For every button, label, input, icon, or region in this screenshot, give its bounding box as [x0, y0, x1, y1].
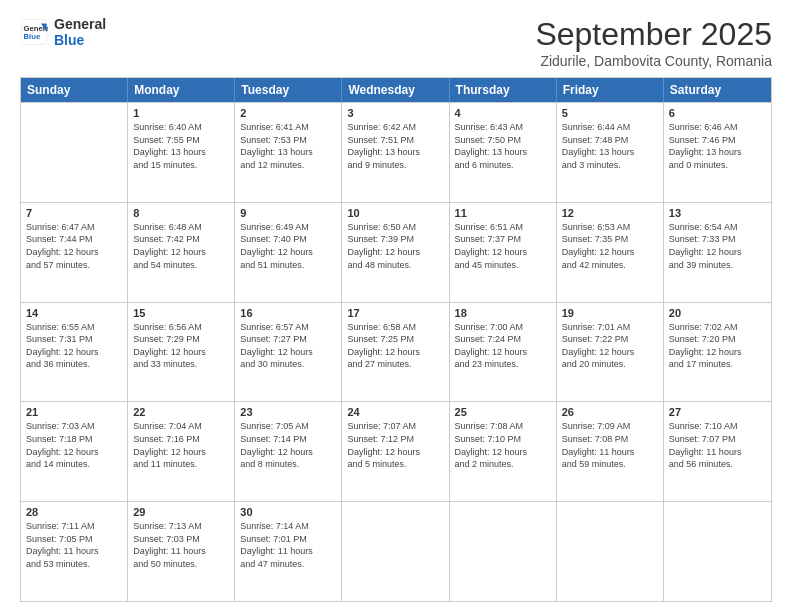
day-info: Sunrise: 7:10 AM Sunset: 7:07 PM Dayligh… [669, 420, 766, 470]
cal-cell: 19Sunrise: 7:01 AM Sunset: 7:22 PM Dayli… [557, 303, 664, 402]
cal-cell: 28Sunrise: 7:11 AM Sunset: 7:05 PM Dayli… [21, 502, 128, 601]
day-info: Sunrise: 6:56 AM Sunset: 7:29 PM Dayligh… [133, 321, 229, 371]
cal-cell [450, 502, 557, 601]
day-number: 21 [26, 406, 122, 418]
cal-row-2: 14Sunrise: 6:55 AM Sunset: 7:31 PM Dayli… [21, 302, 771, 402]
day-number: 29 [133, 506, 229, 518]
cal-cell: 17Sunrise: 6:58 AM Sunset: 7:25 PM Dayli… [342, 303, 449, 402]
logo: General Blue General Blue [20, 16, 106, 48]
day-number: 28 [26, 506, 122, 518]
cal-cell: 8Sunrise: 6:48 AM Sunset: 7:42 PM Daylig… [128, 203, 235, 302]
cal-cell: 2Sunrise: 6:41 AM Sunset: 7:53 PM Daylig… [235, 103, 342, 202]
cal-cell: 3Sunrise: 6:42 AM Sunset: 7:51 PM Daylig… [342, 103, 449, 202]
day-number: 3 [347, 107, 443, 119]
header: General Blue General Blue September 2025… [20, 16, 772, 69]
day-number: 2 [240, 107, 336, 119]
cal-cell: 1Sunrise: 6:40 AM Sunset: 7:55 PM Daylig… [128, 103, 235, 202]
cal-cell: 10Sunrise: 6:50 AM Sunset: 7:39 PM Dayli… [342, 203, 449, 302]
cal-cell: 20Sunrise: 7:02 AM Sunset: 7:20 PM Dayli… [664, 303, 771, 402]
month-title: September 2025 [535, 16, 772, 53]
svg-text:Blue: Blue [24, 32, 41, 41]
weekday-header-monday: Monday [128, 78, 235, 102]
day-info: Sunrise: 7:09 AM Sunset: 7:08 PM Dayligh… [562, 420, 658, 470]
cal-row-0: 1Sunrise: 6:40 AM Sunset: 7:55 PM Daylig… [21, 102, 771, 202]
day-info: Sunrise: 6:43 AM Sunset: 7:50 PM Dayligh… [455, 121, 551, 171]
day-number: 25 [455, 406, 551, 418]
day-number: 6 [669, 107, 766, 119]
day-info: Sunrise: 6:53 AM Sunset: 7:35 PM Dayligh… [562, 221, 658, 271]
logo-text-general: General [54, 16, 106, 32]
cal-cell [342, 502, 449, 601]
day-info: Sunrise: 6:47 AM Sunset: 7:44 PM Dayligh… [26, 221, 122, 271]
calendar-header: SundayMondayTuesdayWednesdayThursdayFrid… [21, 78, 771, 102]
weekday-header-thursday: Thursday [450, 78, 557, 102]
cal-row-4: 28Sunrise: 7:11 AM Sunset: 7:05 PM Dayli… [21, 501, 771, 601]
cal-cell [21, 103, 128, 202]
weekday-header-sunday: Sunday [21, 78, 128, 102]
weekday-header-wednesday: Wednesday [342, 78, 449, 102]
title-block: September 2025 Zidurile, Dambovita Count… [535, 16, 772, 69]
day-info: Sunrise: 7:13 AM Sunset: 7:03 PM Dayligh… [133, 520, 229, 570]
day-number: 5 [562, 107, 658, 119]
cal-cell: 7Sunrise: 6:47 AM Sunset: 7:44 PM Daylig… [21, 203, 128, 302]
day-info: Sunrise: 6:55 AM Sunset: 7:31 PM Dayligh… [26, 321, 122, 371]
day-number: 19 [562, 307, 658, 319]
day-number: 8 [133, 207, 229, 219]
cal-cell: 30Sunrise: 7:14 AM Sunset: 7:01 PM Dayli… [235, 502, 342, 601]
cal-cell: 12Sunrise: 6:53 AM Sunset: 7:35 PM Dayli… [557, 203, 664, 302]
calendar-body: 1Sunrise: 6:40 AM Sunset: 7:55 PM Daylig… [21, 102, 771, 601]
day-number: 13 [669, 207, 766, 219]
cal-cell: 22Sunrise: 7:04 AM Sunset: 7:16 PM Dayli… [128, 402, 235, 501]
logo-icon: General Blue [20, 18, 48, 46]
day-number: 4 [455, 107, 551, 119]
day-number: 11 [455, 207, 551, 219]
cal-cell [664, 502, 771, 601]
day-info: Sunrise: 7:01 AM Sunset: 7:22 PM Dayligh… [562, 321, 658, 371]
day-info: Sunrise: 7:05 AM Sunset: 7:14 PM Dayligh… [240, 420, 336, 470]
cal-cell: 24Sunrise: 7:07 AM Sunset: 7:12 PM Dayli… [342, 402, 449, 501]
day-info: Sunrise: 7:11 AM Sunset: 7:05 PM Dayligh… [26, 520, 122, 570]
cal-cell: 29Sunrise: 7:13 AM Sunset: 7:03 PM Dayli… [128, 502, 235, 601]
location: Zidurile, Dambovita County, Romania [535, 53, 772, 69]
day-info: Sunrise: 7:08 AM Sunset: 7:10 PM Dayligh… [455, 420, 551, 470]
cal-cell: 4Sunrise: 6:43 AM Sunset: 7:50 PM Daylig… [450, 103, 557, 202]
day-number: 15 [133, 307, 229, 319]
day-info: Sunrise: 7:02 AM Sunset: 7:20 PM Dayligh… [669, 321, 766, 371]
cal-row-3: 21Sunrise: 7:03 AM Sunset: 7:18 PM Dayli… [21, 401, 771, 501]
logo-text-blue: Blue [54, 32, 106, 48]
cal-cell: 5Sunrise: 6:44 AM Sunset: 7:48 PM Daylig… [557, 103, 664, 202]
day-number: 22 [133, 406, 229, 418]
day-number: 23 [240, 406, 336, 418]
day-info: Sunrise: 6:44 AM Sunset: 7:48 PM Dayligh… [562, 121, 658, 171]
day-number: 20 [669, 307, 766, 319]
cal-cell: 26Sunrise: 7:09 AM Sunset: 7:08 PM Dayli… [557, 402, 664, 501]
day-number: 1 [133, 107, 229, 119]
day-info: Sunrise: 6:49 AM Sunset: 7:40 PM Dayligh… [240, 221, 336, 271]
cal-cell: 14Sunrise: 6:55 AM Sunset: 7:31 PM Dayli… [21, 303, 128, 402]
cal-row-1: 7Sunrise: 6:47 AM Sunset: 7:44 PM Daylig… [21, 202, 771, 302]
day-info: Sunrise: 6:40 AM Sunset: 7:55 PM Dayligh… [133, 121, 229, 171]
weekday-header-saturday: Saturday [664, 78, 771, 102]
day-number: 14 [26, 307, 122, 319]
day-info: Sunrise: 6:42 AM Sunset: 7:51 PM Dayligh… [347, 121, 443, 171]
cal-cell: 25Sunrise: 7:08 AM Sunset: 7:10 PM Dayli… [450, 402, 557, 501]
cal-cell: 11Sunrise: 6:51 AM Sunset: 7:37 PM Dayli… [450, 203, 557, 302]
cal-cell: 9Sunrise: 6:49 AM Sunset: 7:40 PM Daylig… [235, 203, 342, 302]
day-number: 9 [240, 207, 336, 219]
day-info: Sunrise: 6:48 AM Sunset: 7:42 PM Dayligh… [133, 221, 229, 271]
day-number: 16 [240, 307, 336, 319]
day-number: 26 [562, 406, 658, 418]
cal-cell: 6Sunrise: 6:46 AM Sunset: 7:46 PM Daylig… [664, 103, 771, 202]
calendar: SundayMondayTuesdayWednesdayThursdayFrid… [20, 77, 772, 602]
cal-cell [557, 502, 664, 601]
day-info: Sunrise: 7:14 AM Sunset: 7:01 PM Dayligh… [240, 520, 336, 570]
day-number: 18 [455, 307, 551, 319]
day-info: Sunrise: 7:00 AM Sunset: 7:24 PM Dayligh… [455, 321, 551, 371]
day-info: Sunrise: 6:51 AM Sunset: 7:37 PM Dayligh… [455, 221, 551, 271]
day-info: Sunrise: 6:54 AM Sunset: 7:33 PM Dayligh… [669, 221, 766, 271]
page: General Blue General Blue September 2025… [0, 0, 792, 612]
day-number: 30 [240, 506, 336, 518]
day-info: Sunrise: 6:50 AM Sunset: 7:39 PM Dayligh… [347, 221, 443, 271]
cal-cell: 27Sunrise: 7:10 AM Sunset: 7:07 PM Dayli… [664, 402, 771, 501]
day-number: 27 [669, 406, 766, 418]
